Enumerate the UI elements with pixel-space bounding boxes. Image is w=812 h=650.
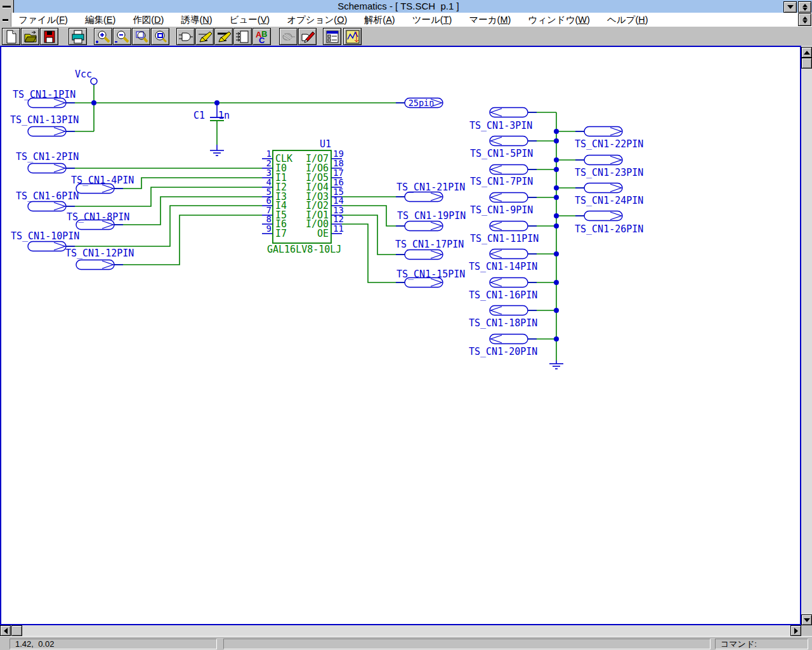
setup-list-button[interactable] <box>323 28 341 45</box>
horizontal-scroll-thumb[interactable] <box>11 625 22 636</box>
pin-number[interactable]: 3 <box>266 168 272 178</box>
net-flag-label[interactable]: TS_CN1-11PIN <box>470 233 539 244</box>
net-flag[interactable] <box>28 242 66 251</box>
net-flag[interactable] <box>584 127 622 136</box>
system-menu-button[interactable] <box>0 0 14 13</box>
ic-part-number[interactable]: GAL16LV8-10LJ <box>267 244 341 255</box>
net-flag[interactable] <box>490 222 528 231</box>
zoom-area-button[interactable] <box>132 28 150 45</box>
menu-h[interactable]: ヘルプ(H) <box>607 14 648 26</box>
net-flag[interactable] <box>28 164 66 173</box>
pin-number[interactable]: 2 <box>266 158 272 168</box>
zoom-in-button[interactable] <box>94 28 112 45</box>
net-flag-label[interactable]: TS_CN1-18PIN <box>469 317 537 329</box>
net-flag[interactable] <box>490 136 528 146</box>
wire[interactable] <box>114 197 262 225</box>
net-flag-label[interactable]: TS_CN1-5PIN <box>470 148 533 159</box>
net-flag-label[interactable]: TS_CN1-8PIN <box>67 211 129 223</box>
net-flag[interactable] <box>584 156 622 165</box>
net-flag[interactable] <box>28 202 66 211</box>
net-flag[interactable] <box>490 165 528 175</box>
draw-part-button[interactable] <box>176 28 195 45</box>
net-flag-label[interactable]: TS_CN1-9PIN <box>470 204 533 216</box>
pin-number[interactable]: 1 <box>266 149 272 159</box>
net-flag[interactable] <box>405 222 443 231</box>
menu-t[interactable]: ツール(T) <box>412 14 452 26</box>
net-flag-label[interactable]: TS_CN1-10PIN <box>11 230 79 242</box>
waveform-viewer-button[interactable] <box>343 28 362 45</box>
menu-v[interactable]: ビュー(V) <box>230 14 270 26</box>
scroll-up-button[interactable] <box>801 47 812 58</box>
net-flag-label[interactable]: TS_CN1-26PIN <box>575 223 643 235</box>
net-flag[interactable] <box>490 306 528 315</box>
net-flag[interactable] <box>76 260 114 270</box>
menu-f[interactable]: ファイル(F) <box>18 14 68 26</box>
pin-number[interactable]: 9 <box>266 223 272 234</box>
net-flag[interactable] <box>490 193 528 202</box>
new-file-button[interactable] <box>2 28 20 45</box>
net-flag[interactable] <box>490 249 528 259</box>
net-flag-label[interactable]: TS_CN1-20PIN <box>469 346 537 357</box>
edit-part-disabled-button[interactable] <box>279 28 298 45</box>
net-flag-label[interactable]: TS_CN1-6PIN <box>16 190 79 202</box>
wire[interactable] <box>342 224 405 282</box>
pin-number[interactable]: 6 <box>266 196 272 206</box>
zoom-out-button[interactable] <box>113 28 131 45</box>
menu-o[interactable]: オプション(O) <box>287 14 347 26</box>
net-flag[interactable] <box>490 278 528 288</box>
document-restore-button[interactable] <box>798 13 811 26</box>
pin-name[interactable]: OE <box>317 228 329 239</box>
pin-number[interactable]: 4 <box>266 177 272 187</box>
net-flag-label[interactable]: TS_CN1-24PIN <box>575 195 643 206</box>
net-flag[interactable] <box>405 192 443 202</box>
ic-ref[interactable]: U1 <box>320 138 331 150</box>
command-prompt[interactable]: コマンド: <box>715 639 808 649</box>
net-flag-label[interactable]: TS_CN1-2PIN <box>16 151 79 162</box>
wire[interactable] <box>114 215 262 265</box>
net-flag-label[interactable]: TS_CN1-1PIN <box>13 89 75 100</box>
net-flag-label[interactable]: TS_CN1-13PIN <box>10 114 79 126</box>
wire[interactable] <box>342 206 405 226</box>
net-flag[interactable] <box>405 250 443 260</box>
scroll-right-button[interactable] <box>790 625 801 636</box>
net-flag[interactable] <box>28 127 66 136</box>
pin-number[interactable]: 8 <box>266 214 272 224</box>
edit-symbol-button[interactable] <box>298 28 317 45</box>
net-flag[interactable] <box>490 335 528 344</box>
capacitor-value[interactable]: 1n <box>218 110 230 121</box>
pin-number[interactable]: 12 <box>333 214 344 224</box>
draw-wire-button[interactable] <box>195 28 214 45</box>
net-flag-label[interactable]: TS_CN1-17PIN <box>395 239 464 250</box>
menu-n[interactable]: 誘導(N) <box>181 14 212 26</box>
scroll-left-button[interactable] <box>0 625 11 636</box>
net-flag-label[interactable]: TS_CN1-22PIN <box>575 138 643 150</box>
pin-number[interactable]: 11 <box>333 223 344 234</box>
net-flag-label[interactable]: TS_CN1-16PIN <box>469 289 537 301</box>
open-file-button[interactable] <box>21 28 39 45</box>
restore-button[interactable] <box>798 1 811 13</box>
net-flag-label[interactable]: TS_CN1-3PIN <box>469 120 532 131</box>
menu-w[interactable]: ウィンドウ(W) <box>528 14 590 26</box>
net-flag[interactable] <box>584 211 622 221</box>
scroll-down-button[interactable] <box>801 614 812 625</box>
net-flag-label[interactable]: TS_CN1-4PIN <box>71 175 134 186</box>
save-file-button[interactable] <box>40 28 58 45</box>
net-flag-inline-label[interactable]: 25pin <box>409 98 435 108</box>
net-flag-label[interactable]: TS_CN1-19PIN <box>397 210 466 222</box>
pin-number[interactable]: 19 <box>333 149 344 159</box>
menu-m[interactable]: マーカ(M) <box>469 14 511 26</box>
net-flag-label[interactable]: TS_CN1-21PIN <box>396 182 465 193</box>
schematic-canvas[interactable]: VccC11n119CLKI/O7218I0I/O6317I1I/O5416I2… <box>0 46 801 625</box>
document-system-menu-button[interactable] <box>0 13 11 27</box>
vertical-scroll-thumb[interactable] <box>801 58 812 69</box>
menu-d[interactable]: 作図(D) <box>133 14 164 26</box>
net-flag[interactable] <box>490 108 528 117</box>
net-flag-label[interactable]: TS_CN1-15PIN <box>396 269 465 280</box>
capacitor-ref[interactable]: C1 <box>193 110 205 121</box>
horizontal-scrollbar[interactable] <box>0 625 801 636</box>
zoom-full-button[interactable] <box>151 28 169 45</box>
place-text-button[interactable]: ABC <box>252 28 271 45</box>
menu-a[interactable]: 解析(A) <box>364 14 395 26</box>
print-button[interactable] <box>69 28 87 45</box>
draw-bus-button[interactable] <box>214 28 233 45</box>
